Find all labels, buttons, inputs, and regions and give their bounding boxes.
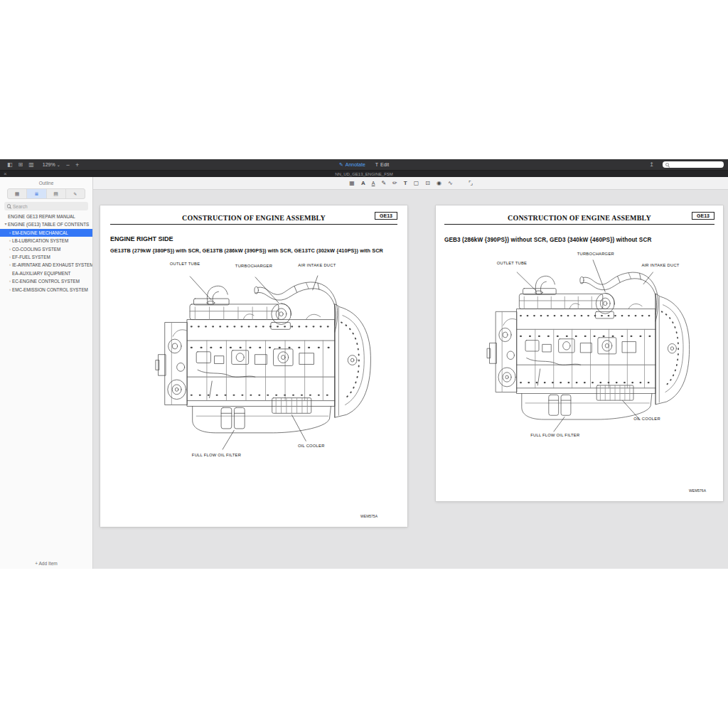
page-header: CONSTRUCTION OF ENGINE ASSEMBLY GE13 [444,214,714,225]
page-header-title: CONSTRUCTION OF ENGINE ASSEMBLY [444,214,714,222]
pen-tool-icon[interactable] [381,177,386,189]
engine-diagram [444,249,714,454]
callout-leader-lines [517,259,653,432]
engine-figure-right-side: OUTLET TUBE TURBOCHARGER AIR INTAKE DUCT… [110,258,397,468]
annotation-toolbar [93,177,728,190]
toolbar-right-group [646,159,724,170]
callout-turbocharger: TURBOCHARGER [235,264,272,268]
signature-icon[interactable] [448,177,453,189]
text-cursor-icon [375,162,378,167]
model-badge: GE13 [375,212,397,220]
content-area: CONSTRUCTION OF ENGINE ASSEMBLY GE13 ENG… [93,177,728,569]
callout-oil-cooler: OIL COOLER [298,444,325,448]
outline-item-ie-airintake[interactable]: IE-AIRINTAKE AND EXHAUST SYSTEM [0,261,92,269]
outline-item-ec-engine-control[interactable]: EC-ENGINE CONTROL SYSTEM [0,277,92,285]
thumbnails-tab-icon[interactable] [8,189,27,198]
zoom-in-button[interactable] [75,161,79,168]
font-style-a-icon[interactable] [361,177,365,189]
screenshot-canvas: 129% Annotate Edit [0,0,728,728]
section-heading: ENGINE RIGHT SIDE [110,235,397,242]
outline-item-lb-lubrication[interactable]: LB-LUBRICATION SYSTEM [0,237,92,245]
chevron-down-icon [57,162,60,167]
outline-item-repair-manual[interactable]: ENGINE GE13 REPAIR MANUAL [0,213,92,220]
document-title-bar: NN_UD_GE13_ENGINE_FSM [0,171,728,177]
outline-item-ea-auxiliary[interactable]: EA-AUXILIARY EQUIPMENT [0,269,92,277]
highlighter-icon[interactable] [392,177,397,189]
note-icon[interactable] [425,177,430,189]
callout-air-intake-duct: AIR INTAKE DUCT [298,263,336,267]
panel-layout-icon[interactable] [28,159,34,170]
image-icon[interactable] [349,177,355,189]
callout-turbocharger: TURBOCHARGER [577,252,614,256]
callout-full-flow-oil-filter: FULL FLOW OIL FILTER [192,453,241,457]
search-icon [665,162,670,167]
zoom-level: 129% [43,162,55,167]
search-icon [6,204,11,209]
pdf-page-1: CONSTRUCTION OF ENGINE ASSEMBLY GE13 ENG… [100,205,407,527]
close-tab-button[interactable] [4,171,7,177]
outline-item-co-cooling[interactable]: CO-COOLING SYSTEM [0,245,92,253]
annotate-mode-button[interactable]: Annotate [339,162,365,168]
engine-figure-no-scr: OUTLET TUBE TURBOCHARGER AIR INTAKE DUCT… [444,249,714,454]
callout-outlet-tube: OUTLET TUBE [497,261,527,265]
outline-item-ef-fuel[interactable]: EF-FUEL SYSTEM [0,253,92,261]
outline-search-box[interactable] [4,202,88,210]
edit-label: Edit [380,162,389,167]
sidebar-toggle-icon[interactable] [7,159,13,170]
outline-tree: ENGINE GE13 REPAIR MANUAL ENGINE (GE13) … [0,213,92,294]
toolbar-search-box[interactable] [663,161,724,168]
thumbnails-grid-icon[interactable] [18,159,23,170]
annotations-tab-icon[interactable] [66,189,85,198]
zoom-out-button[interactable] [66,161,70,168]
toolbar-search-input[interactable] [671,162,722,168]
top-toolbar: 129% Annotate Edit [0,159,728,171]
outline-search-input[interactable] [13,204,86,209]
outline-item-emc-emission[interactable]: EMC-EMISSION CONTROL SYSTEM [0,286,92,294]
zoom-control[interactable]: 129% [43,162,60,167]
edit-mode-button[interactable]: Edit [375,162,389,167]
font-style-a-small-icon[interactable] [372,177,375,189]
sidebar-panel-title: Outline [0,177,92,186]
figure-code: WEM576A [689,488,706,493]
document-viewport[interactable]: CONSTRUCTION OF ENGINE ASSEMBLY GE13 ENG… [93,190,728,569]
outline-item-em-engine-mechanical[interactable]: EM-ENGINE MECHANICAL [0,229,92,237]
add-item-button[interactable]: + Add Item [0,561,92,566]
main-area: Outline ENGINE GE13 REPAIR MANUAL [0,177,728,569]
stamp-icon[interactable] [437,177,441,189]
annotate-label: Annotate [346,162,365,167]
model-badge: GE13 [692,212,714,220]
variant-line: GEB3 (286kW {390PS}) without SCR, GED3 (… [444,236,714,245]
expand-icon[interactable] [469,177,472,189]
callout-air-intake-duct: AIR INTAKE DUCT [641,263,679,267]
shapes-icon[interactable] [414,177,419,189]
page-header: CONSTRUCTION OF ENGINE ASSEMBLY GE13 [110,214,397,225]
bookmarks-tab-icon[interactable] [47,189,66,198]
text-tool-icon[interactable] [404,177,407,189]
outline-item-table-of-contents[interactable]: ENGINE (GE13) TABLE OF CONTENTS [0,220,92,228]
share-icon[interactable] [649,159,654,170]
callout-outlet-tube: OUTLET TUBE [170,262,200,266]
engine-diagram [110,258,397,468]
mode-switcher: Annotate Edit [339,162,389,168]
outline-sidebar: Outline ENGINE GE13 REPAIR MANUAL [0,177,93,569]
sidebar-view-switcher [7,188,85,199]
outline-tab-icon[interactable] [27,189,46,198]
callout-full-flow-oil-filter: FULL FLOW OIL FILTER [530,433,579,437]
document-title: NN_UD_GE13_ENGINE_FSM [335,172,393,176]
variant-line: GE13TB (279kW {380PS}) with SCR, GE13TB … [110,247,397,255]
figure-code: WEM575A [360,514,378,518]
pdf-page-2: CONSTRUCTION OF ENGINE ASSEMBLY GE13 GEB… [436,205,723,501]
page-header-title: CONSTRUCTION OF ENGINE ASSEMBLY [110,214,397,222]
pen-icon [339,162,343,168]
callout-leader-lines [190,275,318,449]
callout-oil-cooler: OIL COOLER [633,417,660,421]
pdf-app-window: 129% Annotate Edit [0,159,728,569]
